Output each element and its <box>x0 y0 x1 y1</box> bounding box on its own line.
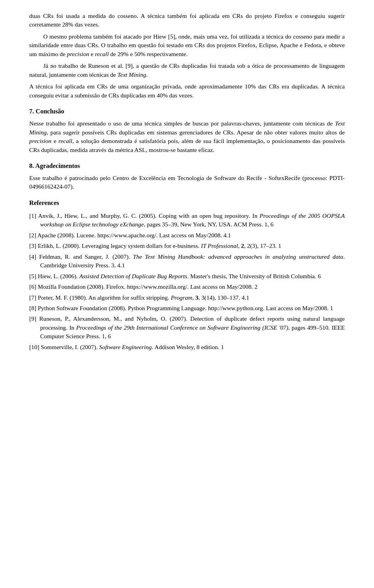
paragraph-2: O mesmo problema também foi atacado por … <box>29 32 345 58</box>
page: duas CRs foi usada a medida do cosseno. … <box>0 0 374 588</box>
ref-6: [6] Mozilla Foundation (2008). Firefox. … <box>29 283 345 291</box>
section-7-paragraph: Nesse trabalho foi apresentado o uso de … <box>29 119 345 154</box>
ref-10: [10] Sommerville, I. (2007). Software En… <box>29 343 345 351</box>
ref-7: [7] Porter, M. F. (1980). An algorithm f… <box>29 293 345 302</box>
ref-2: [2] Apache (2008). Lucene. https://www.a… <box>29 231 345 240</box>
section-8-header: 8. Agradecimentos <box>29 161 345 171</box>
paragraph-4: A técnica foi aplicada em CRs de uma org… <box>29 82 345 100</box>
paragraph-3: Já no trabalho de Runeson et al. [9], a … <box>29 62 345 79</box>
ref-1: [1] Anvik, J., Hiew, L., and Murphy, G. … <box>29 212 345 229</box>
section-8-paragraph: Esse trabalho é patrocinado pelo Centro … <box>29 174 345 191</box>
section-7-header: 7. Conclusão <box>29 107 345 116</box>
ref-8: [8] Python Software Foundation (2008). P… <box>29 304 345 313</box>
paragraph-1: duas CRs foi usada a medida do cosseno. … <box>29 12 345 29</box>
ref-4: [4] Feldman, R. and Sanger, J. (2007). T… <box>29 253 345 270</box>
references-title: References <box>29 198 345 208</box>
ref-5: [5] Hiew, L. (2006). Assisted Detection … <box>29 272 345 281</box>
references-section: References [1] Anvik, J., Hiew, L., and … <box>29 198 345 351</box>
ref-9: [9] Runeson, P., Alexandersson, M., and … <box>29 314 345 341</box>
ref-3: [3] Erlikh, L. (2000). Leveraging legacy… <box>29 242 345 250</box>
